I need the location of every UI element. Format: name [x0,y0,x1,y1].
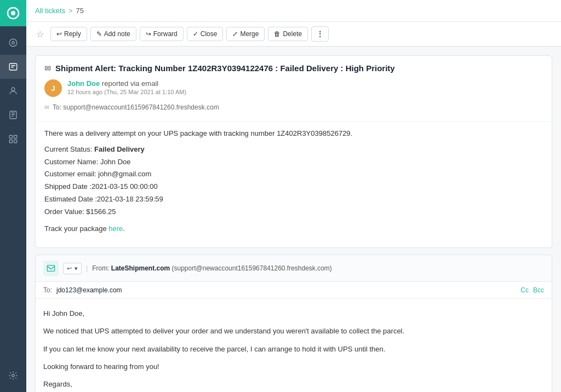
status-row: Current Status: Failed Delivery [44,144,543,155]
merge-button[interactable]: ⤢ Merge [226,27,265,41]
svg-rect-4 [9,64,17,70]
sender-avatar: J [44,79,62,97]
close-icon: ✓ [193,30,198,38]
forward-label: Forward [153,30,178,38]
reply-to-row: To: jdo123@example.com Cc Bcc [36,282,552,299]
order-value-value: $1566.25 [86,207,116,216]
close-label: Close [201,30,217,38]
svg-rect-7 [9,135,12,138]
sidebar-item-contacts[interactable] [0,79,26,103]
ticket-id: 75 [76,7,84,15]
sidebar-item-tickets[interactable] [0,55,26,79]
merge-label: Merge [240,30,259,38]
svg-rect-6 [10,111,16,119]
track-link[interactable]: here [108,224,123,233]
order-value-label: Order Value: [44,207,86,216]
from-label: From: [92,264,111,272]
reply-body[interactable]: Hi John Doe, We noticed that UPS attempt… [36,299,552,392]
customer-name-label: Customer Name: [44,158,100,166]
app-logo[interactable] [0,0,26,26]
reply-type-dropdown[interactable]: ↩ ▾ [63,263,82,274]
svg-point-5 [12,88,15,91]
reply-compose-card: ↩ ▾ | From: LateShipment.com (support@ne… [35,255,552,392]
cc-bcc-buttons: Cc Bcc [520,286,544,294]
breadcrumb-bar: All tickets > 75 [26,0,561,22]
svg-rect-8 [14,135,17,138]
breadcrumb-separator: > [68,7,73,15]
from-name: LateShipment.com [111,264,170,272]
close-button[interactable]: ✓ Close [187,27,224,41]
status-value: Failed Delivery [94,145,145,153]
reply-line1: Hi John Doe, [43,308,544,320]
add-note-button[interactable]: ✎ Add note [90,27,136,41]
estimated-date-row: Estimated Date :2021-03-18 23:59:59 [44,194,543,205]
reply-label: Reply [64,30,81,38]
forward-icon: ↪ [146,30,151,38]
add-note-label: Add note [104,30,130,38]
add-note-icon: ✎ [96,30,102,38]
reply-line5: Regards, [43,378,544,390]
sidebar-item-reports[interactable] [0,127,26,151]
content-area: ✉ Shipment Alert: Tracking Number 1Z402R… [26,47,561,392]
email-body: There was a delivery attempt on your UPS… [36,122,552,247]
shipped-date-value: 2021-03-15 00:00:00 [91,182,158,191]
pipe-separator: | [86,264,88,272]
delete-button[interactable]: 🗑 Delete [268,27,308,41]
sender-row: J John Doe reported via email 12 hours a… [44,79,543,97]
svg-rect-12 [47,266,54,272]
sender-name: John Doe [67,79,100,88]
to-value[interactable]: jdo123@example.com [56,286,520,294]
envelope-small-icon: ✉ [44,104,49,111]
email-header: ✉ Shipment Alert: Tracking Number 1Z402R… [36,56,552,122]
to-label: To: [43,286,52,294]
sender-name-line: John Doe reported via email [67,79,543,88]
reply-icon: ↩ [56,30,62,38]
main-content: All tickets > 75 ☆ ↩ Reply ✎ Add note ↪ … [26,0,561,392]
star-button[interactable]: ☆ [33,27,47,42]
email-to-row: ✉ To: support@newaccount1615967841260.fr… [44,101,543,116]
forward-button[interactable]: ↪ Forward [140,27,184,41]
sidebar-item-knowledge[interactable] [0,103,26,127]
svg-rect-10 [14,140,17,143]
svg-point-1 [11,11,15,15]
sidebar [0,0,26,392]
estimated-date-value: 2021-03-18 23:59:59 [97,195,163,203]
reply-line2: We noticed that UPS attempted to deliver… [43,325,544,337]
reply-type-label: ▾ [75,265,78,272]
svg-rect-9 [9,140,12,143]
customer-email-label: Customer email: [44,170,98,178]
sidebar-item-home[interactable] [0,31,26,55]
svg-point-2 [9,39,17,47]
email-card: ✉ Shipment Alert: Tracking Number 1Z402R… [35,55,552,248]
reply-line3: If you can let me know your next availab… [43,343,544,355]
more-options-button[interactable]: ⋮ [311,26,329,42]
shipped-date-row: Shipped Date :2021-03-15 00:00:00 [44,181,543,193]
status-label: Current Status: [44,145,94,153]
sender-info: John Doe reported via email 12 hours ago… [67,79,543,95]
delete-label: Delete [283,30,302,38]
svg-point-3 [12,42,15,44]
from-email: (support@newaccount1615967841260.freshde… [172,264,332,272]
customer-name-value: John Doe [100,158,131,166]
track-suffix: . [123,224,125,233]
cc-button[interactable]: Cc [520,286,529,294]
sidebar-item-settings[interactable] [0,364,26,388]
all-tickets-link[interactable]: All tickets [35,7,65,15]
estimated-date-label: Estimated Date : [44,195,97,203]
reply-from-field: From: LateShipment.com (support@newaccou… [92,264,544,272]
track-prefix: Track your package [44,224,108,233]
email-subject-row: ✉ Shipment Alert: Tracking Number 1Z402R… [44,64,543,73]
email-to-address: To: support@newaccount1615967841260.fres… [53,103,219,111]
merge-icon: ⤢ [232,30,238,38]
customer-email-row: Customer email: john@gmail.com [44,169,543,180]
reply-button[interactable]: ↩ Reply [50,27,87,41]
delete-icon: 🗑 [274,30,280,38]
sender-via: reported via email [102,79,158,88]
reply-compose-header: ↩ ▾ | From: LateShipment.com (support@ne… [36,255,552,282]
reply-line4: Looking forward to hearing from you! [43,361,544,373]
bcc-button[interactable]: Bcc [533,286,544,294]
customer-email-value: john@gmail.com [98,170,151,178]
customer-name-row: Customer Name: John Doe [44,157,543,168]
svg-point-11 [12,374,15,377]
shipped-date-label: Shipped Date : [44,182,91,191]
